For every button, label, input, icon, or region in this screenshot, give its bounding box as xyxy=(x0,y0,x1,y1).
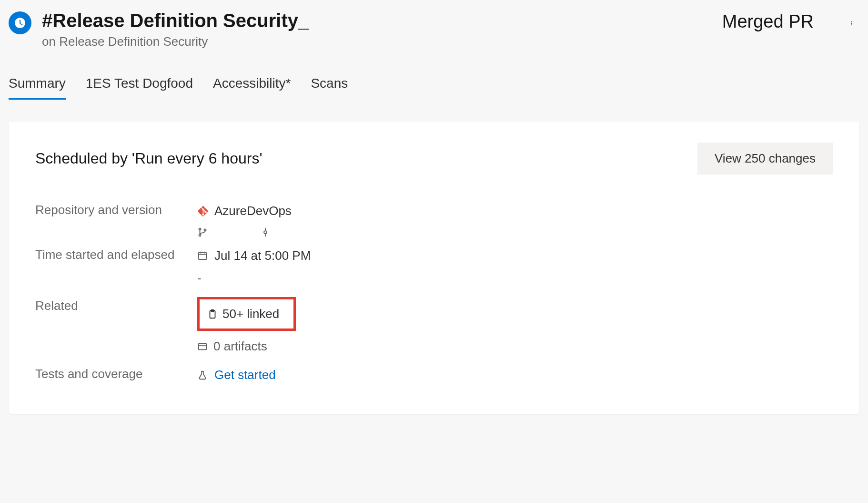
page-header: #Release Definition Security_ on Release… xyxy=(9,10,859,49)
artifacts-text: 0 artifacts xyxy=(213,337,267,357)
branch-icon[interactable] xyxy=(197,227,208,237)
branch-commit-line xyxy=(197,227,833,237)
tab-scans[interactable]: Scans xyxy=(311,76,348,100)
svg-point-0 xyxy=(851,21,852,22)
svg-point-2 xyxy=(851,24,852,25)
git-repo-icon xyxy=(197,205,209,217)
repo-line[interactable]: AzureDevOps xyxy=(197,201,833,221)
label-tests-coverage: Tests and coverage xyxy=(35,365,192,382)
clipboard-icon xyxy=(207,309,218,319)
artifacts-link[interactable]: 0 artifacts xyxy=(197,337,833,357)
svg-rect-7 xyxy=(199,253,207,260)
beaker-icon xyxy=(197,370,208,380)
svg-rect-10 xyxy=(199,344,207,350)
time-started-text: Jul 14 at 5:00 PM xyxy=(214,246,311,266)
status-icon-running xyxy=(9,11,31,34)
summary-card: Scheduled by 'Run every 6 hours' View 25… xyxy=(9,122,859,414)
scheduled-by-text: Scheduled by 'Run every 6 hours' xyxy=(35,150,262,167)
build-title: #Release Definition Security_ xyxy=(42,10,309,31)
build-subtitle: on Release Definition Security xyxy=(42,34,309,49)
value-related: 50+ linked 0 artifacts xyxy=(197,297,833,357)
tab-bar: Summary 1ES Test Dogfood Accessibility* … xyxy=(9,76,859,100)
tab-1es-test-dogfood[interactable]: 1ES Test Dogfood xyxy=(86,76,193,100)
svg-point-6 xyxy=(264,231,267,234)
clock-icon xyxy=(14,17,26,29)
svg-point-5 xyxy=(204,229,206,231)
value-time-started: Jul 14 at 5:00 PM - xyxy=(197,246,833,288)
view-changes-button[interactable]: View 250 changes xyxy=(697,143,833,175)
value-tests-coverage: Get started xyxy=(197,365,833,385)
commit-icon[interactable] xyxy=(260,227,271,237)
tab-accessibility[interactable]: Accessibility* xyxy=(213,76,291,100)
repo-name: AzureDevOps xyxy=(214,201,292,221)
details-grid: Repository and version AzureDevOps xyxy=(35,201,833,385)
linked-count-text: 50+ linked xyxy=(222,304,279,324)
linked-work-items-link[interactable]: 50+ linked xyxy=(197,297,296,331)
label-time-started: Time started and elapsed xyxy=(35,246,192,263)
tab-summary[interactable]: Summary xyxy=(9,76,66,100)
more-actions-button[interactable] xyxy=(843,12,859,38)
value-repo-version: AzureDevOps xyxy=(197,201,833,237)
svg-point-1 xyxy=(851,23,852,24)
svg-point-3 xyxy=(199,228,201,230)
calendar-icon xyxy=(197,250,208,261)
merged-pr-label: Merged PR xyxy=(722,11,814,32)
more-vertical-icon xyxy=(849,15,854,31)
elapsed-dash: - xyxy=(197,268,833,288)
label-repo-version: Repository and version xyxy=(35,201,192,218)
label-related: Related xyxy=(35,297,192,314)
svg-point-4 xyxy=(199,234,201,236)
artifact-icon xyxy=(197,341,208,352)
title-block: #Release Definition Security_ on Release… xyxy=(42,10,309,49)
card-top-row: Scheduled by 'Run every 6 hours' View 25… xyxy=(35,143,833,175)
page-root: #Release Definition Security_ on Release… xyxy=(0,0,868,414)
get-started-link[interactable]: Get started xyxy=(214,365,276,385)
